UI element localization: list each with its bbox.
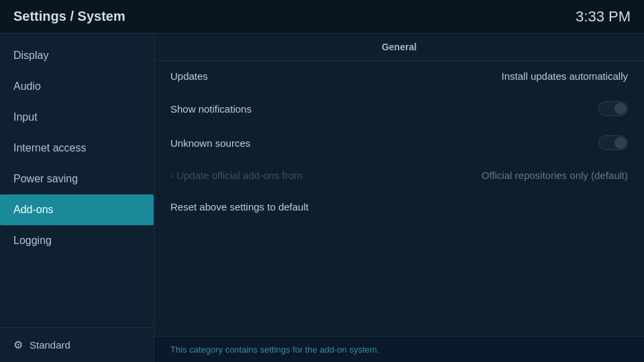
main-layout: DisplayAudioInputInternet accessPower sa…	[0, 34, 644, 362]
content-body: General UpdatesInstall updates automatic…	[154, 34, 644, 336]
sidebar-item-power-saving[interactable]: Power saving	[0, 164, 154, 194]
sidebar-item-logging[interactable]: Logging	[0, 225, 154, 256]
settings-label-update-official-addons: - Update official add-ons from	[170, 170, 303, 181]
content-area: General UpdatesInstall updates automatic…	[154, 34, 644, 362]
sidebar-nav: DisplayAudioInputInternet accessPower sa…	[0, 34, 154, 327]
settings-row-updates[interactable]: UpdatesInstall updates automatically	[154, 61, 644, 92]
sidebar-item-display[interactable]: Display	[0, 40, 154, 71]
sidebar-item-audio[interactable]: Audio	[0, 71, 154, 102]
section-header: General	[154, 34, 644, 61]
sidebar-footer[interactable]: ⚙ Standard	[0, 327, 154, 362]
settings-row-unknown-sources[interactable]: Unknown sources	[154, 126, 644, 160]
settings-row-reset-settings[interactable]: Reset above settings to default	[154, 191, 644, 222]
settings-label-updates: Updates	[170, 70, 208, 82]
sidebar-item-add-ons[interactable]: Add-ons	[0, 194, 154, 225]
footer-text: This category contains settings for the …	[170, 345, 379, 355]
settings-label-reset-settings: Reset above settings to default	[170, 201, 309, 213]
page-title: Settings / System	[13, 9, 125, 24]
settings-label-unknown-sources: Unknown sources	[170, 137, 250, 149]
settings-row-show-notifications[interactable]: Show notifications	[154, 92, 644, 126]
settings-row-update-official-addons: - Update official add-ons fromOfficial r…	[154, 160, 644, 191]
clock: 3:33 PM	[576, 8, 631, 25]
sidebar-item-input[interactable]: Input	[0, 102, 154, 133]
sidebar-item-internet-access[interactable]: Internet access	[0, 133, 154, 164]
settings-list: UpdatesInstall updates automaticallyShow…	[154, 61, 644, 222]
settings-value-updates: Install updates automatically	[502, 70, 628, 82]
app-header: Settings / System 3:33 PM	[0, 0, 644, 34]
sidebar-footer-label: Standard	[30, 339, 70, 351]
toggle-show-notifications[interactable]	[598, 101, 628, 116]
settings-label-show-notifications: Show notifications	[170, 103, 252, 115]
sidebar: DisplayAudioInputInternet accessPower sa…	[0, 34, 154, 362]
content-footer: This category contains settings for the …	[154, 336, 644, 362]
settings-value-update-official-addons: Official repositories only (default)	[482, 170, 628, 181]
gear-icon: ⚙	[13, 339, 23, 351]
toggle-unknown-sources[interactable]	[598, 135, 628, 150]
